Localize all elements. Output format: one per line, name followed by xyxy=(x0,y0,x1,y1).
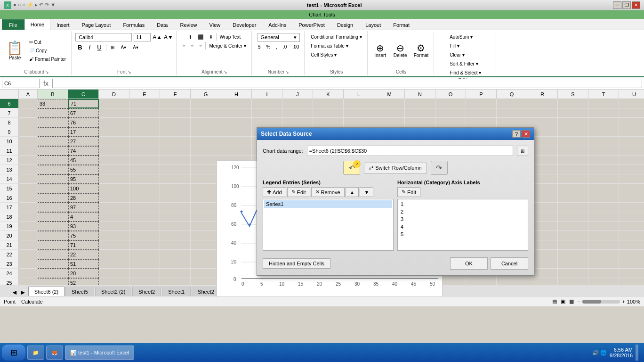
cell-a11[interactable] xyxy=(19,146,38,156)
cell-m25[interactable] xyxy=(374,278,405,285)
cell-t18[interactable] xyxy=(588,212,619,222)
cell-a10[interactable] xyxy=(19,137,38,146)
cell-p8[interactable] xyxy=(466,118,497,127)
cell-f7[interactable] xyxy=(160,108,191,118)
cell-c25[interactable]: 52 xyxy=(68,278,99,285)
sheet-tab-sheet5[interactable]: Sheet5 xyxy=(65,287,94,296)
cell-h25[interactable] xyxy=(221,278,252,285)
cell-u16[interactable] xyxy=(619,193,644,203)
row-header-7[interactable]: 7 xyxy=(0,108,18,118)
cell-g17[interactable] xyxy=(191,203,221,212)
cell-s14[interactable] xyxy=(558,174,588,184)
cell-u10[interactable] xyxy=(619,137,644,146)
cell-b20[interactable] xyxy=(38,231,68,240)
minimize-btn[interactable]: ─ xyxy=(613,1,621,9)
cell-g12[interactable] xyxy=(191,156,221,165)
cell-u11[interactable] xyxy=(619,146,644,156)
cell-e18[interactable] xyxy=(129,212,160,222)
cell-e7[interactable] xyxy=(129,108,160,118)
cell-s12[interactable] xyxy=(558,156,588,165)
switch-row-column-btn[interactable]: ⇄ Switch Row/Column xyxy=(364,163,427,173)
col-header-h[interactable]: H xyxy=(221,90,252,99)
cell-t12[interactable] xyxy=(588,156,619,165)
cell-b10[interactable] xyxy=(38,137,68,146)
cell-t17[interactable] xyxy=(588,203,619,212)
conditional-formatting-btn[interactable]: Conditional Formatting ▾ xyxy=(308,33,364,41)
cell-h7[interactable] xyxy=(221,108,252,118)
cell-c6[interactable]: 71 xyxy=(68,99,99,108)
cell-t19[interactable] xyxy=(588,222,619,231)
cell-g25[interactable] xyxy=(191,278,221,285)
cell-s9[interactable] xyxy=(558,127,588,137)
cell-d14[interactable] xyxy=(99,174,129,184)
cell-s15[interactable] xyxy=(558,184,588,193)
cell-m6[interactable] xyxy=(374,99,405,108)
cell-n8[interactable] xyxy=(405,118,435,127)
cell-f24[interactable] xyxy=(160,269,191,278)
cell-b25[interactable] xyxy=(38,278,68,285)
col-header-d[interactable]: D xyxy=(99,90,129,99)
col-header-n[interactable]: N xyxy=(405,90,435,99)
cell-g10[interactable] xyxy=(191,137,221,146)
cell-s20[interactable] xyxy=(558,231,588,240)
cell-d25[interactable] xyxy=(99,278,129,285)
taskbar-firefox[interactable]: 🦊 xyxy=(46,346,63,360)
cell-s11[interactable] xyxy=(558,146,588,156)
cell-b6[interactable]: 33 xyxy=(38,99,68,108)
row-header-9[interactable]: 9 xyxy=(0,127,18,137)
layout-preview-btn[interactable]: ▩ xyxy=(569,298,574,304)
cell-u14[interactable] xyxy=(619,174,644,184)
col-header-f[interactable]: F xyxy=(160,90,191,99)
cell-u22[interactable] xyxy=(619,250,644,259)
cell-h6[interactable] xyxy=(221,99,252,108)
align-left-btn[interactable]: ≡ xyxy=(180,42,188,50)
cell-a14[interactable] xyxy=(19,174,38,184)
series-item-1[interactable]: Series1 xyxy=(264,200,392,208)
cell-h11[interactable] xyxy=(221,146,252,156)
tab-powerpivot[interactable]: PowerPivot xyxy=(292,19,331,30)
tab-file[interactable]: File xyxy=(2,19,24,30)
cell-s7[interactable] xyxy=(558,108,588,118)
cell-i6[interactable] xyxy=(252,99,282,108)
cell-b12[interactable] xyxy=(38,156,68,165)
cell-f10[interactable] xyxy=(160,137,191,146)
cell-c20[interactable]: 75 xyxy=(68,231,99,240)
cell-b23[interactable] xyxy=(38,259,68,269)
cell-h10[interactable] xyxy=(221,137,252,146)
cell-u9[interactable] xyxy=(619,127,644,137)
decrease-decimal-btn[interactable]: .0 xyxy=(281,43,289,51)
col-header-o[interactable]: O xyxy=(435,90,466,99)
cell-c16[interactable]: 28 xyxy=(68,193,99,203)
cell-e17[interactable] xyxy=(129,203,160,212)
arrow-left-btn[interactable]: ↶ ↗ xyxy=(343,161,360,175)
add-series-btn[interactable]: ✚Add xyxy=(263,187,286,197)
cell-r25[interactable] xyxy=(527,278,558,285)
fill-btn[interactable]: Fill ▾ xyxy=(447,42,462,50)
cell-t8[interactable] xyxy=(588,118,619,127)
cell-s6[interactable] xyxy=(558,99,588,108)
row-header-11[interactable]: 11 xyxy=(0,146,18,156)
cell-t11[interactable] xyxy=(588,146,619,156)
cell-e9[interactable] xyxy=(129,127,160,137)
cell-e23[interactable] xyxy=(129,259,160,269)
cell-f6[interactable] xyxy=(160,99,191,108)
sheet-tab-sheet3[interactable]: Sheet3 xyxy=(221,287,250,296)
tab-insert[interactable]: Insert xyxy=(50,19,76,30)
sheet-tab-nav-left[interactable]: ◄ xyxy=(11,288,18,296)
cell-t25[interactable] xyxy=(588,278,619,285)
cell-b21[interactable] xyxy=(38,240,68,250)
taskbar-excel[interactable]: 📊 test1 - Microsoft Excel xyxy=(65,346,134,360)
cell-a16[interactable] xyxy=(19,193,38,203)
cell-c13[interactable]: 55 xyxy=(68,165,99,174)
cell-k7[interactable] xyxy=(313,108,344,118)
close-btn[interactable]: ✕ xyxy=(632,1,640,9)
cell-b9[interactable] xyxy=(38,127,68,137)
cell-b18[interactable] xyxy=(38,212,68,222)
cell-c10[interactable]: 27 xyxy=(68,137,99,146)
select-data-source-dialog[interactable]: Select Data Source ? ✕ Chart data range:… xyxy=(257,127,534,276)
cut-button[interactable]: ✂ Cut xyxy=(27,38,68,46)
cell-p6[interactable] xyxy=(466,99,497,108)
sheet-tab-sheet2-2[interactable]: Sheet2 (2) xyxy=(95,287,131,296)
cell-b22[interactable] xyxy=(38,250,68,259)
cell-f13[interactable] xyxy=(160,165,191,174)
